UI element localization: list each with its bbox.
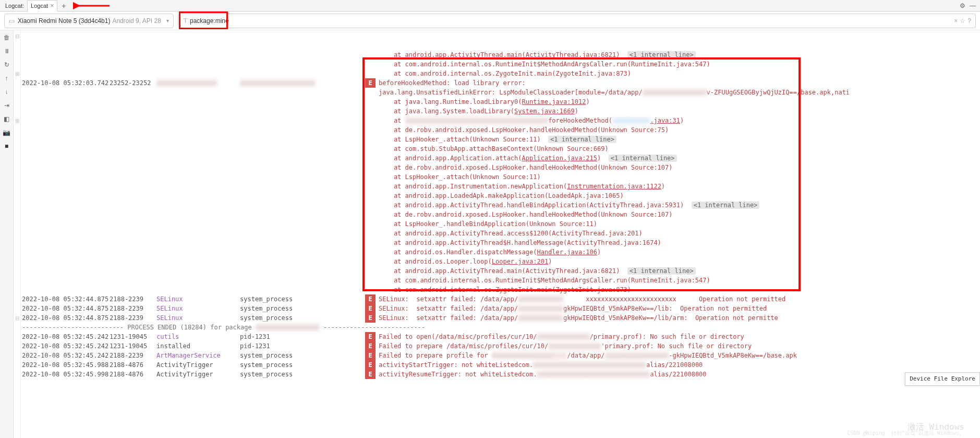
close-icon[interactable]: × xyxy=(50,2,54,9)
fold-toggle[interactable] xyxy=(14,144,20,153)
fold-toggle[interactable] xyxy=(14,88,20,97)
log-row[interactable]: 2022-10-08 05:32:44.8752188-2239SELinuxs… xyxy=(21,294,980,304)
log-row[interactable]: at android.app.ActivityThread$H.handleMe… xyxy=(21,238,980,247)
log-row[interactable]: at LspHooker_.handleBindApplication(Unkn… xyxy=(21,219,980,229)
log-row[interactable]: at android.app.ActivityThread.handleBind… xyxy=(21,200,980,210)
screenshot-icon[interactable]: 📷 xyxy=(3,128,11,137)
filter-icon: ⊤ xyxy=(183,17,188,25)
fold-gutter[interactable]: ⊟⊞⊞⊟ xyxy=(14,30,21,438)
pause-icon[interactable]: ⏸ xyxy=(3,47,11,55)
fold-toggle[interactable] xyxy=(14,238,20,247)
fold-toggle[interactable] xyxy=(14,229,20,238)
fold-toggle[interactable] xyxy=(14,41,20,50)
log-row[interactable]: at android.app.ActivityThread.main(Activ… xyxy=(21,266,980,276)
log-row[interactable]: --------------------------- PROCESS ENDE… xyxy=(21,323,980,332)
log-row[interactable]: 2022-10-08 05:32:45.9982188-4876Activity… xyxy=(21,370,980,379)
fold-toggle[interactable] xyxy=(14,304,20,313)
log-row[interactable]: 2022-10-08 05:32:44.8752188-2239SELinuxs… xyxy=(21,313,980,323)
filter-input[interactable]: ⊤ package:mine × ☆ ? xyxy=(178,14,976,28)
log-row[interactable]: at de.robv.android.xposed.LspHooker.hand… xyxy=(21,163,980,172)
log-row[interactable]: 2022-10-08 05:32:45.2422188-2239ArtManag… xyxy=(21,351,980,360)
fold-toggle[interactable] xyxy=(14,50,20,60)
fold-toggle[interactable] xyxy=(14,60,20,69)
log-row[interactable]: at java.lang.Runtime.loadLibrary0(Runtim… xyxy=(21,97,980,106)
log-row[interactable]: at com.stub.StubApp.attachBaseContext(Un… xyxy=(21,144,980,153)
fold-toggle[interactable] xyxy=(14,125,20,135)
windows-watermark: 激活 Windows xyxy=(908,422,964,432)
log-row[interactable]: 2022-10-08 05:32:45.9882188-4876Activity… xyxy=(21,360,980,370)
add-tab-button[interactable]: + xyxy=(62,2,66,10)
fold-toggle[interactable] xyxy=(14,276,20,285)
log-row[interactable]: at android.os.Handler.dispatchMessage(Ha… xyxy=(21,247,980,257)
fold-toggle[interactable] xyxy=(14,219,20,229)
fold-toggle[interactable] xyxy=(14,210,20,219)
fold-toggle[interactable] xyxy=(14,153,20,163)
fold-toggle[interactable] xyxy=(14,163,20,172)
log-row[interactable]: java.lang.UnsatisfiedLinkError: LspModul… xyxy=(21,88,980,97)
fold-toggle[interactable] xyxy=(14,182,20,191)
fold-toggle[interactable] xyxy=(14,257,20,266)
gear-icon[interactable]: ⚙ xyxy=(960,2,965,9)
scroll-up-icon[interactable]: ↑ xyxy=(3,74,11,82)
fold-toggle[interactable] xyxy=(14,97,20,106)
log-row[interactable]: at android.app.ActivityThread.access$120… xyxy=(21,229,980,238)
fold-toggle[interactable] xyxy=(14,191,20,200)
fold-toggle[interactable]: ⊞ xyxy=(14,69,20,78)
fold-toggle[interactable] xyxy=(14,106,20,116)
wrap-icon[interactable]: ⇥ xyxy=(3,101,11,110)
fold-toggle[interactable] xyxy=(14,351,20,360)
fold-toggle[interactable] xyxy=(14,172,20,182)
split-icon[interactable]: ◧ xyxy=(3,115,11,123)
log-output[interactable]: at android.app.ActivityThread.main(Activ… xyxy=(21,30,980,438)
log-row[interactable]: at android.app.Instrumentation.newApplic… xyxy=(21,182,980,191)
record-icon[interactable]: ■ xyxy=(3,142,11,150)
fold-toggle[interactable]: ⊞ xyxy=(14,116,20,125)
fold-toggle[interactable]: ⊟ xyxy=(14,31,20,41)
filter-text: package:mine xyxy=(190,17,229,25)
tool-window-title: Logcat: xyxy=(2,3,27,9)
restart-icon[interactable]: ↻ xyxy=(3,61,11,69)
log-row[interactable]: at com.android.internal.os.ZygoteInit.ma… xyxy=(21,69,980,78)
log-row[interactable]: at LspHooker_.attach(Unknown Source:11) … xyxy=(21,135,980,144)
fold-toggle[interactable] xyxy=(14,266,20,276)
fold-toggle[interactable] xyxy=(14,360,20,370)
log-row[interactable]: at com.android.internal.os.RuntimeInit$M… xyxy=(21,60,980,69)
fold-toggle[interactable] xyxy=(14,294,20,304)
fold-toggle[interactable] xyxy=(14,135,20,144)
fold-toggle[interactable] xyxy=(14,332,20,341)
log-row[interactable]: at de.robv.android.xposed.LspHooker.hand… xyxy=(21,125,980,135)
log-row[interactable]: at android.app.LoadedApk.makeApplication… xyxy=(21,191,980,200)
fold-toggle[interactable] xyxy=(14,323,20,332)
log-row[interactable]: at LspHooker_.attach(Unknown Source:11) xyxy=(21,172,980,182)
log-row[interactable]: at android.app.Application.attach(Applic… xyxy=(21,153,980,163)
fold-toggle[interactable]: ⊟ xyxy=(14,313,20,323)
log-row[interactable]: at android.os.Looper.loop(Looper.java:20… xyxy=(21,257,980,266)
fold-toggle[interactable] xyxy=(14,78,20,88)
log-row[interactable]: at com.android.internal.os.RuntimeInit$M… xyxy=(21,276,980,285)
minimize-icon[interactable]: — xyxy=(970,2,976,9)
star-icon[interactable]: ☆ xyxy=(960,17,965,25)
logcat-tab[interactable]: Logcat × xyxy=(27,0,57,11)
log-row[interactable]: 2022-10-08 05:32:45.2421231-19045install… xyxy=(21,341,980,351)
log-row[interactable]: at xxxxxxxxxxxxxxxxxxxxxxxxxxxxxxxxxxxxx… xyxy=(21,116,980,125)
device-file-explorer-tab[interactable]: Device File Explore xyxy=(905,372,980,386)
chevron-down-icon: ▾ xyxy=(166,18,169,23)
clear-filter-icon[interactable]: × xyxy=(954,17,958,25)
log-row[interactable]: 2022-10-08 05:32:44.8752188-2239SELinuxs… xyxy=(21,304,980,313)
log-row[interactable]: at android.app.ActivityThread.main(Activ… xyxy=(21,50,980,60)
fold-toggle[interactable] xyxy=(14,285,20,294)
device-selector[interactable]: ▭ Xiaomi Redmi Note 5 (3dd4c4b1) Android… xyxy=(4,14,174,28)
log-row[interactable]: at java.lang.System.loadLibrary(System.j… xyxy=(21,106,980,116)
log-row[interactable]: 2022-10-08 05:32:03.74223252-23252xxxxxx… xyxy=(21,78,980,88)
help-icon[interactable]: ? xyxy=(967,17,971,25)
log-row[interactable]: at de.robv.android.xposed.LspHooker.hand… xyxy=(21,210,980,219)
log-row[interactable]: at com.android.internal.os.ZygoteInit.ma… xyxy=(21,285,980,294)
fold-toggle[interactable] xyxy=(14,247,20,257)
log-row[interactable]: 2022-10-08 05:32:45.2421231-19045cutilsp… xyxy=(21,332,980,341)
fold-toggle[interactable] xyxy=(14,200,20,210)
fold-toggle[interactable] xyxy=(14,341,20,351)
device-icon: ▭ xyxy=(9,17,15,25)
scroll-down-icon[interactable]: ↓ xyxy=(3,88,11,96)
clear-icon[interactable]: 🗑 xyxy=(3,33,11,42)
annotation-arrow xyxy=(73,2,110,11)
